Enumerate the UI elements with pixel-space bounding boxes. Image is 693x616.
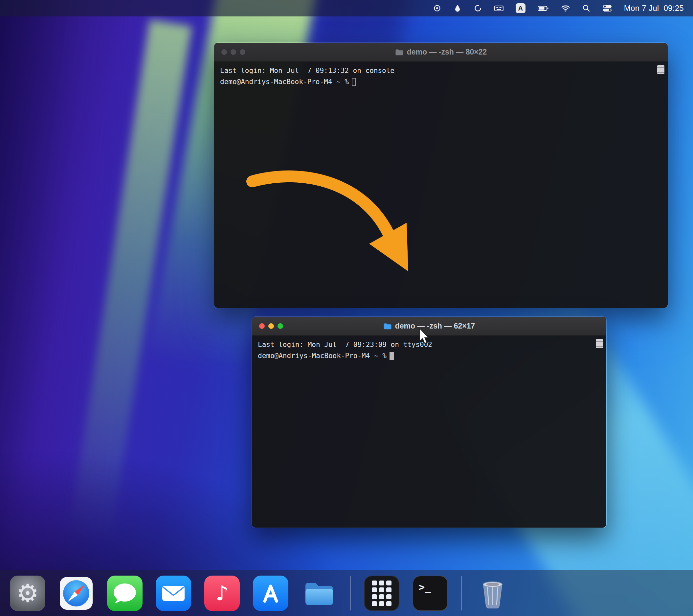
terminal-prompt-line: demo@Andriys-MacBook-Pro-M4 ~ % [258, 350, 600, 361]
terminal-prompt-glyph: >_ [418, 581, 431, 593]
input-source-icon[interactable]: A [516, 3, 526, 13]
zoom-button[interactable] [240, 49, 245, 55]
dock-separator [350, 576, 351, 611]
terminal-window-front[interactable]: demo — -zsh — 62×17 Last login: Mon Jul … [252, 316, 607, 528]
window-title-back: demo — -zsh — 80×22 [214, 47, 668, 57]
traffic-lights [221, 43, 245, 61]
titlebar-back[interactable]: demo — -zsh — 80×22 [214, 43, 668, 62]
menu-bar: A [0, 0, 693, 16]
music-note-glyph: ♪ [215, 581, 229, 605]
input-source-label: A [516, 3, 526, 13]
dock-terminal-icon[interactable]: >_ [413, 576, 448, 611]
terminal-prompt-line: demo@Andriys-MacBook-Pro-M4 ~ % [220, 76, 662, 88]
dock-system-settings-icon[interactable]: ⚙ [10, 576, 45, 611]
titlebar-front[interactable]: demo — -zsh — 62×17 [252, 317, 606, 336]
dock: ⚙ [0, 570, 693, 616]
terminal-content-back[interactable]: Last login: Mon Jul 7 09:13:32 on consol… [214, 62, 668, 308]
terminal-line: Last login: Mon Jul 7 09:13:32 on consol… [220, 65, 662, 76]
window-title-text: demo — -zsh — 80×22 [407, 47, 487, 57]
close-button[interactable] [259, 323, 265, 329]
zoom-button[interactable] [278, 323, 283, 329]
window-title-text: demo — -zsh — 62×17 [395, 322, 475, 330]
record-icon[interactable] [433, 3, 441, 13]
dock-messages-icon[interactable] [107, 576, 142, 611]
scrollbar-marker[interactable] [596, 339, 603, 348]
traffic-lights [259, 317, 283, 335]
scrollbar-marker[interactable] [657, 65, 665, 74]
droplet-icon[interactable] [453, 3, 462, 13]
spotlight-icon[interactable] [582, 3, 591, 13]
keyboard-icon[interactable] [494, 3, 504, 13]
dock-keypad-icon[interactable] [364, 576, 399, 611]
terminal-cursor [390, 352, 394, 360]
creative-cloud-icon[interactable] [474, 3, 482, 13]
gear-glyph: ⚙ [16, 579, 39, 608]
minimize-button[interactable] [268, 323, 274, 329]
terminal-line: Last login: Mon Jul 7 09:23:09 on ttys00… [258, 339, 600, 350]
terminal-prompt: demo@Andriys-MacBook-Pro-M4 ~ % [220, 76, 349, 88]
terminal-prompt: demo@Andriys-MacBook-Pro-M4 ~ % [258, 350, 387, 361]
terminal-content-front[interactable]: Last login: Mon Jul 7 09:23:09 on ttys00… [252, 336, 606, 527]
dock-mail-icon[interactable] [156, 576, 191, 611]
terminal-cursor [352, 78, 356, 86]
dock-safari-icon[interactable] [58, 576, 94, 611]
dock-trash-icon[interactable] [475, 576, 510, 611]
dock-folder-icon[interactable] [301, 576, 337, 611]
folder-proxy-icon [383, 323, 392, 330]
dock-separator [461, 576, 462, 611]
desktop: A [0, 0, 693, 616]
battery-icon[interactable] [537, 3, 549, 13]
control-center-icon[interactable] [602, 3, 612, 13]
minimize-button[interactable] [231, 49, 236, 55]
terminal-window-back[interactable]: demo — -zsh — 80×22 Last login: Mon Jul … [214, 42, 668, 308]
close-button[interactable] [221, 49, 227, 55]
wifi-icon[interactable] [561, 3, 570, 13]
folder-proxy-icon [395, 49, 404, 56]
dock-music-icon[interactable]: ♪ [204, 576, 240, 611]
window-title-front: demo — -zsh — 62×17 [252, 322, 606, 330]
dock-app-store-icon[interactable] [253, 576, 289, 611]
menu-clock[interactable]: Mon 7 Jul 09:25 [624, 4, 684, 13]
